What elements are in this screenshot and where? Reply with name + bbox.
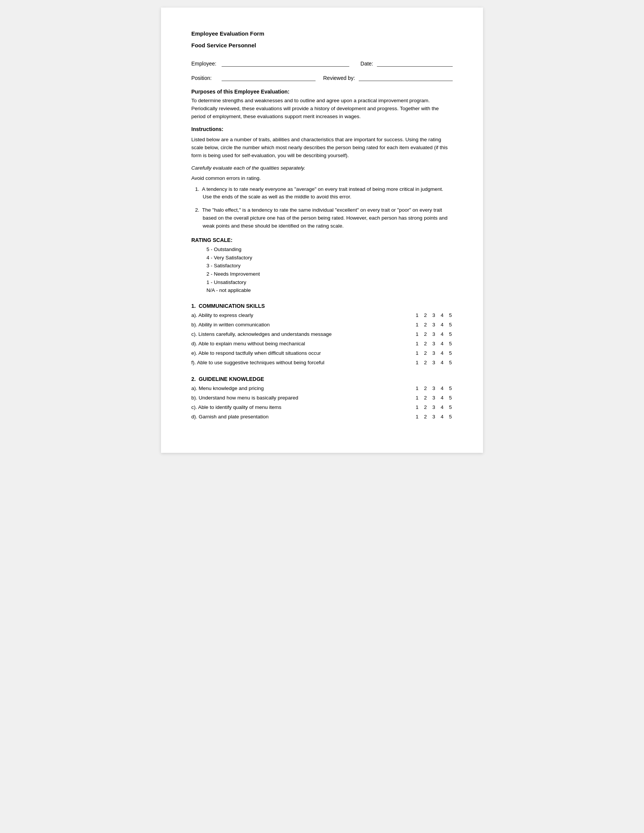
reviewed-input[interactable]: [359, 74, 453, 81]
guide-item-c-label: c). Able to identify quality of menu ite…: [191, 404, 407, 410]
employee-row: Employee: Date:: [191, 60, 453, 67]
instructions-text: Listed below are a number of traits, abi…: [191, 136, 453, 160]
rating-item-4: 4 - Very Satisfactory: [206, 254, 453, 262]
position-row: Position: Reviewed by:: [191, 74, 453, 81]
main-title: Employee Evaluation Form: [191, 30, 453, 37]
guide-item-d-numbers: 1 2 3 4 5: [407, 414, 453, 420]
comm-item-c-numbers: 1 2 3 4 5: [392, 331, 453, 337]
comm-item-a-numbers: 1 2 3 4 5: [407, 312, 453, 318]
employee-label: Employee:: [191, 61, 222, 67]
guide-item-b-label: b). Understand how menu is basically pre…: [191, 395, 407, 400]
numbered-item-1-text: 1. A tendency is to rate nearly everyone…: [195, 186, 443, 200]
guide-item-d: d). Garnish and plate presentation 1 2 3…: [191, 413, 453, 421]
comm-item-a: a). Ability to express clearly 1 2 3 4 5: [191, 311, 453, 320]
rating-scale-title: RATING SCALE:: [191, 237, 453, 243]
comm-item-e-label: e). Able to respond tactfully when diffi…: [191, 350, 392, 356]
comm-item-f: f). Able to use suggestive techniques wi…: [191, 359, 453, 367]
section-communication: 1. COMMUNICATION SKILLS a). Ability to e…: [191, 303, 453, 367]
purposes-title: Purposes of this Employee Evaluation:: [191, 88, 453, 95]
comm-item-d-label: d). Able to explain menu without being m…: [191, 341, 407, 346]
comm-item-a-label: a). Ability to express clearly: [191, 312, 407, 318]
rating-item-5: 5 - Outstanding: [206, 245, 453, 254]
section-guideline: 2. GUIDELINE KNOWLEDGE a). Menu knowledg…: [191, 376, 453, 421]
rating-item-2: 2 - Needs Improvement: [206, 270, 453, 278]
guide-item-a-label: a). Menu knowledge and pricing: [191, 386, 407, 391]
comm-item-b-numbers: 1 1 2 3 4 5: [406, 322, 453, 328]
guide-item-b-numbers: 1 2 3 4 5: [407, 395, 453, 400]
employee-input[interactable]: [222, 60, 349, 67]
comm-item-c: c). Listens carefully, acknowledges and …: [191, 330, 453, 338]
numbered-item-2: 2. The "halo effect," is a tendency to r…: [195, 206, 453, 230]
avoid-text: Avoid common errors in rating.: [191, 175, 453, 181]
position-input[interactable]: [222, 74, 316, 81]
comm-item-c-label: c). Listens carefully, acknowledges and …: [191, 331, 392, 337]
date-label: Date:: [361, 61, 373, 67]
instructions-title: Instructions:: [191, 126, 453, 132]
numbered-item-1: 1. A tendency is to rate nearly everyone…: [195, 185, 453, 201]
numbered-item-2-text: 2. The "halo effect," is a tendency to r…: [195, 207, 448, 229]
page-container: Employee Evaluation Form Food Service Pe…: [161, 8, 483, 453]
comm-item-d: d). Able to explain menu without being m…: [191, 339, 453, 348]
sub-title: Food Service Personnel: [191, 42, 453, 48]
comm-item-e: e). Able to respond tactfully when diffi…: [191, 349, 453, 357]
guide-item-a-numbers: 1 2 3 4 5: [407, 386, 453, 391]
guide-item-d-label: d). Garnish and plate presentation: [191, 414, 407, 420]
position-label: Position:: [191, 75, 222, 81]
guide-item-b: b). Understand how menu is basically pre…: [191, 394, 453, 402]
comm-item-f-numbers: 1 2 3 4 5: [403, 360, 453, 365]
rating-item-1: 1 - Unsatisfactory: [206, 278, 453, 286]
comm-item-d-numbers: 1 2 3 4 5: [407, 341, 453, 346]
rating-item-3: 3 - Satisfactory: [206, 262, 453, 270]
comm-item-e-numbers: 1 2 3 4 5: [392, 350, 453, 356]
comm-item-b-label: b). Ability in written communication: [191, 322, 406, 328]
rating-item-na: N/A - not applicable: [206, 286, 453, 294]
guide-item-c: c). Able to identify quality of menu ite…: [191, 403, 453, 412]
comm-item-b: b). Ability in written communication 1 1…: [191, 321, 453, 329]
comm-item-f-label: f). Able to use suggestive techniques wi…: [191, 360, 403, 365]
guide-item-c-numbers: 1 2 3 4 5: [407, 404, 453, 410]
reviewed-label: Reviewed by:: [323, 75, 355, 81]
purposes-text: To determine strengths and weaknesses an…: [191, 97, 453, 121]
section-1-header: 1. COMMUNICATION SKILLS: [191, 303, 453, 309]
italic-note: Carefully evaluate each of the qualities…: [191, 165, 453, 171]
rating-scale-section: RATING SCALE: 5 - Outstanding 4 - Very S…: [191, 237, 453, 294]
section-2-header: 2. GUIDELINE KNOWLEDGE: [191, 376, 453, 382]
date-input[interactable]: [377, 60, 453, 67]
guide-item-a: a). Menu knowledge and pricing 1 2 3 4 5: [191, 384, 453, 392]
eval-sections: 1. COMMUNICATION SKILLS a). Ability to e…: [191, 303, 453, 421]
